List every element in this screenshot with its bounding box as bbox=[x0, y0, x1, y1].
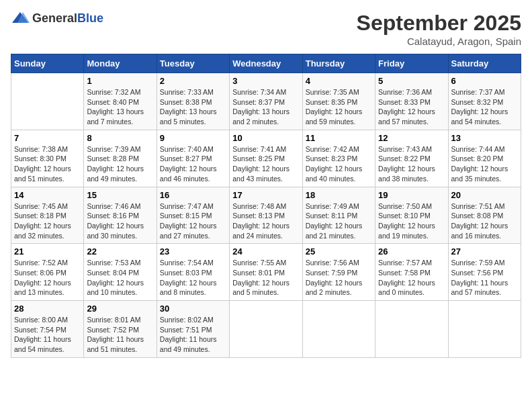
day-info: Sunrise: 7:38 AM Sunset: 8:30 PM Dayligh… bbox=[14, 144, 81, 184]
calendar-cell bbox=[230, 301, 302, 358]
day-number: 2 bbox=[160, 76, 226, 86]
day-number: 6 bbox=[451, 76, 518, 86]
day-info: Sunrise: 8:02 AM Sunset: 7:51 PM Dayligh… bbox=[160, 315, 226, 355]
header-cell-sunday: Sunday bbox=[11, 54, 84, 73]
day-number: 19 bbox=[378, 190, 445, 200]
calendar-cell: 18Sunrise: 7:49 AM Sunset: 8:11 PM Dayli… bbox=[302, 187, 375, 244]
calendar-cell: 8Sunrise: 7:39 AM Sunset: 8:28 PM Daylig… bbox=[84, 130, 157, 187]
calendar-cell: 17Sunrise: 7:48 AM Sunset: 8:13 PM Dayli… bbox=[230, 187, 302, 244]
day-info: Sunrise: 7:41 AM Sunset: 8:25 PM Dayligh… bbox=[232, 144, 299, 184]
day-info: Sunrise: 7:51 AM Sunset: 8:08 PM Dayligh… bbox=[451, 201, 518, 241]
logo-general: General bbox=[32, 11, 77, 25]
day-info: Sunrise: 7:39 AM Sunset: 8:28 PM Dayligh… bbox=[87, 144, 153, 184]
calendar-body: 1Sunrise: 7:32 AM Sunset: 8:40 PM Daylig… bbox=[11, 73, 521, 358]
calendar-cell: 4Sunrise: 7:35 AM Sunset: 8:35 PM Daylig… bbox=[302, 73, 375, 130]
day-info: Sunrise: 7:37 AM Sunset: 8:32 PM Dayligh… bbox=[451, 87, 518, 127]
calendar-header-row: SundayMondayTuesdayWednesdayThursdayFrid… bbox=[11, 54, 521, 73]
calendar-cell: 20Sunrise: 7:51 AM Sunset: 8:08 PM Dayli… bbox=[448, 187, 521, 244]
calendar-cell bbox=[302, 301, 375, 358]
day-info: Sunrise: 7:40 AM Sunset: 8:27 PM Dayligh… bbox=[160, 144, 226, 184]
day-number: 17 bbox=[232, 190, 299, 200]
day-info: Sunrise: 7:44 AM Sunset: 8:20 PM Dayligh… bbox=[451, 144, 518, 184]
calendar-cell bbox=[448, 301, 521, 358]
header-cell-tuesday: Tuesday bbox=[157, 54, 229, 73]
calendar-cell: 16Sunrise: 7:47 AM Sunset: 8:15 PM Dayli… bbox=[157, 187, 229, 244]
day-info: Sunrise: 7:42 AM Sunset: 8:23 PM Dayligh… bbox=[306, 144, 372, 184]
calendar-cell: 11Sunrise: 7:42 AM Sunset: 8:23 PM Dayli… bbox=[302, 130, 375, 187]
day-info: Sunrise: 7:45 AM Sunset: 8:18 PM Dayligh… bbox=[14, 201, 81, 241]
day-number: 25 bbox=[306, 246, 372, 257]
logo-icon bbox=[11, 11, 30, 26]
logo-text: GeneralBlue bbox=[32, 11, 103, 26]
calendar-cell: 13Sunrise: 7:44 AM Sunset: 8:20 PM Dayli… bbox=[448, 130, 521, 187]
calendar-cell: 12Sunrise: 7:43 AM Sunset: 8:22 PM Dayli… bbox=[375, 130, 448, 187]
calendar-cell: 29Sunrise: 8:01 AM Sunset: 7:52 PM Dayli… bbox=[84, 301, 157, 358]
logo-blue: Blue bbox=[77, 11, 103, 25]
calendar-cell: 2Sunrise: 7:33 AM Sunset: 8:38 PM Daylig… bbox=[157, 73, 229, 130]
day-info: Sunrise: 7:47 AM Sunset: 8:15 PM Dayligh… bbox=[160, 201, 226, 241]
calendar-table: SundayMondayTuesdayWednesdayThursdayFrid… bbox=[11, 54, 521, 358]
calendar-cell: 7Sunrise: 7:38 AM Sunset: 8:30 PM Daylig… bbox=[11, 130, 84, 187]
header-cell-friday: Friday bbox=[375, 54, 448, 73]
day-info: Sunrise: 7:53 AM Sunset: 8:04 PM Dayligh… bbox=[87, 258, 153, 298]
day-info: Sunrise: 7:48 AM Sunset: 8:13 PM Dayligh… bbox=[232, 201, 299, 241]
day-info: Sunrise: 7:57 AM Sunset: 7:58 PM Dayligh… bbox=[378, 258, 445, 298]
day-info: Sunrise: 7:36 AM Sunset: 8:33 PM Dayligh… bbox=[378, 87, 445, 127]
day-number: 30 bbox=[160, 304, 226, 314]
day-info: Sunrise: 7:34 AM Sunset: 8:37 PM Dayligh… bbox=[232, 87, 299, 127]
calendar-cell: 10Sunrise: 7:41 AM Sunset: 8:25 PM Dayli… bbox=[230, 130, 302, 187]
day-number: 27 bbox=[451, 246, 518, 257]
calendar-cell: 30Sunrise: 8:02 AM Sunset: 7:51 PM Dayli… bbox=[157, 301, 229, 358]
day-number: 11 bbox=[306, 133, 372, 143]
day-info: Sunrise: 7:54 AM Sunset: 8:03 PM Dayligh… bbox=[160, 258, 226, 298]
calendar-cell: 15Sunrise: 7:46 AM Sunset: 8:16 PM Dayli… bbox=[84, 187, 157, 244]
day-number: 23 bbox=[160, 246, 226, 257]
calendar-week-2: 7Sunrise: 7:38 AM Sunset: 8:30 PM Daylig… bbox=[11, 130, 521, 187]
day-number: 8 bbox=[87, 133, 153, 143]
day-info: Sunrise: 7:49 AM Sunset: 8:11 PM Dayligh… bbox=[306, 201, 372, 241]
day-info: Sunrise: 7:55 AM Sunset: 8:01 PM Dayligh… bbox=[232, 258, 299, 298]
day-number: 3 bbox=[232, 76, 299, 86]
calendar-cell: 1Sunrise: 7:32 AM Sunset: 8:40 PM Daylig… bbox=[84, 73, 157, 130]
calendar-cell: 28Sunrise: 8:00 AM Sunset: 7:54 PM Dayli… bbox=[11, 301, 84, 358]
calendar-cell: 24Sunrise: 7:55 AM Sunset: 8:01 PM Dayli… bbox=[230, 244, 302, 301]
calendar-cell: 21Sunrise: 7:52 AM Sunset: 8:06 PM Dayli… bbox=[11, 244, 84, 301]
day-info: Sunrise: 7:50 AM Sunset: 8:10 PM Dayligh… bbox=[378, 201, 445, 241]
day-number: 21 bbox=[14, 246, 81, 257]
day-info: Sunrise: 8:01 AM Sunset: 7:52 PM Dayligh… bbox=[87, 315, 153, 355]
calendar-cell: 9Sunrise: 7:40 AM Sunset: 8:27 PM Daylig… bbox=[157, 130, 229, 187]
day-number: 13 bbox=[451, 133, 518, 143]
day-number: 29 bbox=[87, 304, 153, 314]
day-info: Sunrise: 7:33 AM Sunset: 8:38 PM Dayligh… bbox=[160, 87, 226, 127]
day-number: 12 bbox=[378, 133, 445, 143]
day-number: 20 bbox=[451, 190, 518, 200]
calendar-cell: 3Sunrise: 7:34 AM Sunset: 8:37 PM Daylig… bbox=[230, 73, 302, 130]
calendar-cell: 27Sunrise: 7:59 AM Sunset: 7:56 PM Dayli… bbox=[448, 244, 521, 301]
location-title: Calatayud, Aragon, Spain bbox=[357, 36, 521, 47]
day-info: Sunrise: 8:00 AM Sunset: 7:54 PM Dayligh… bbox=[14, 315, 81, 355]
day-number: 9 bbox=[160, 133, 226, 143]
day-number: 5 bbox=[378, 76, 445, 86]
day-info: Sunrise: 7:43 AM Sunset: 8:22 PM Dayligh… bbox=[378, 144, 445, 184]
calendar-cell bbox=[375, 301, 448, 358]
day-number: 7 bbox=[14, 133, 81, 143]
calendar-cell: 19Sunrise: 7:50 AM Sunset: 8:10 PM Dayli… bbox=[375, 187, 448, 244]
day-info: Sunrise: 7:56 AM Sunset: 7:59 PM Dayligh… bbox=[306, 258, 372, 298]
logo: GeneralBlue bbox=[11, 11, 103, 26]
day-number: 18 bbox=[306, 190, 372, 200]
calendar-cell: 25Sunrise: 7:56 AM Sunset: 7:59 PM Dayli… bbox=[302, 244, 375, 301]
calendar-week-1: 1Sunrise: 7:32 AM Sunset: 8:40 PM Daylig… bbox=[11, 73, 521, 130]
day-number: 22 bbox=[87, 246, 153, 257]
header-cell-saturday: Saturday bbox=[448, 54, 521, 73]
header-cell-monday: Monday bbox=[84, 54, 157, 73]
calendar-cell: 23Sunrise: 7:54 AM Sunset: 8:03 PM Dayli… bbox=[157, 244, 229, 301]
day-number: 1 bbox=[87, 76, 153, 86]
calendar-week-4: 21Sunrise: 7:52 AM Sunset: 8:06 PM Dayli… bbox=[11, 244, 521, 301]
calendar-cell: 6Sunrise: 7:37 AM Sunset: 8:32 PM Daylig… bbox=[448, 73, 521, 130]
calendar-week-5: 28Sunrise: 8:00 AM Sunset: 7:54 PM Dayli… bbox=[11, 301, 521, 358]
day-number: 26 bbox=[378, 246, 445, 257]
calendar-cell: 26Sunrise: 7:57 AM Sunset: 7:58 PM Dayli… bbox=[375, 244, 448, 301]
calendar-cell: 22Sunrise: 7:53 AM Sunset: 8:04 PM Dayli… bbox=[84, 244, 157, 301]
day-number: 28 bbox=[14, 304, 81, 314]
calendar-cell bbox=[11, 73, 84, 130]
